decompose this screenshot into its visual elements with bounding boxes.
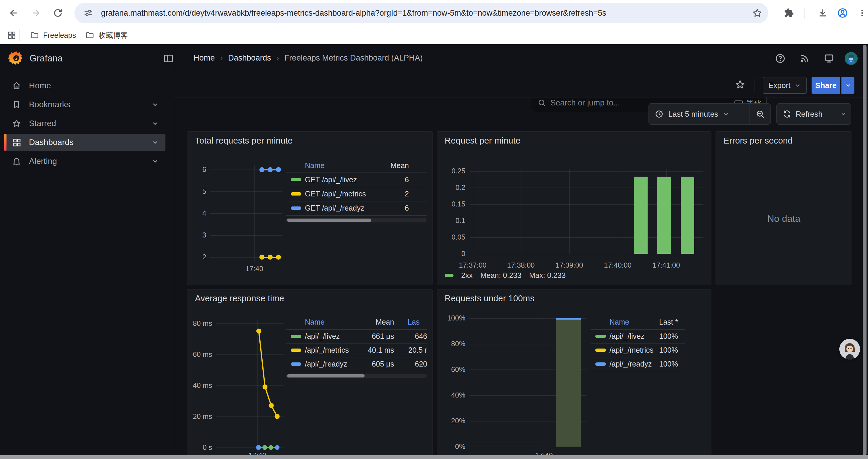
bookmark-icon	[12, 100, 21, 109]
floating-assistant-avatar[interactable]	[839, 339, 860, 359]
legend-max: Max: 0.233	[529, 271, 566, 280]
sidebar-content-divider	[174, 44, 174, 459]
vertical-scrollbar[interactable]	[863, 45, 867, 455]
series-swatch[interactable]	[595, 349, 606, 352]
y-tick: 60 ms	[187, 350, 212, 359]
panel-title[interactable]: Average response time	[195, 294, 284, 303]
help-icon[interactable]	[775, 53, 785, 64]
legend-header-last[interactable]: Las	[408, 318, 420, 326]
series-swatch[interactable]	[445, 274, 454, 277]
y-tick: 60%	[437, 365, 465, 374]
legend-scrollbar[interactable]	[286, 218, 427, 222]
legend-header-name[interactable]: Name	[305, 161, 325, 170]
star-icon	[12, 119, 21, 128]
data-point	[268, 255, 273, 260]
extensions-icon[interactable]	[780, 5, 797, 21]
y-tick: 100%	[437, 314, 465, 322]
series-swatch[interactable]	[291, 206, 301, 210]
legend-series-name: /api/_/livez	[305, 332, 340, 340]
series-swatch[interactable]	[291, 335, 301, 338]
refresh-label[interactable]: Refresh	[796, 109, 823, 119]
legend-header-name[interactable]: Name	[610, 318, 629, 326]
series-swatch[interactable]	[595, 362, 606, 366]
panel-avg-response-time[interactable]: Average response time 80 ms 60 ms 40 ms …	[187, 289, 433, 459]
legend-header-name[interactable]: Name	[305, 318, 325, 326]
legend-series-name: /api/_/metrics	[305, 346, 349, 355]
bar-2xx	[657, 177, 671, 254]
breadcrumb-home[interactable]: Home	[193, 54, 215, 63]
panel-errors-per-second[interactable]: Errors per second No data	[716, 131, 851, 285]
y-tick: 20%	[437, 417, 465, 425]
address-bar[interactable]: grafana.mathmast.com/d/deytv4rwavabkb/fr…	[74, 3, 768, 23]
reload-icon[interactable]	[50, 5, 66, 21]
apps-grid-icon[interactable]	[7, 30, 17, 40]
url-text[interactable]: grafana.mathmast.com/d/deytv4rwavabkb/fr…	[101, 8, 606, 18]
series-swatch[interactable]	[595, 335, 606, 338]
chevron-down-icon[interactable]	[151, 138, 159, 146]
sidebar-item-dashboards[interactable]: Dashboards	[4, 134, 165, 151]
menu-kebab-icon[interactable]	[854, 5, 868, 21]
legend-series-name: GET /api/_/metrics	[305, 190, 366, 198]
data-point	[276, 167, 281, 172]
sidebar-item-label: Dashboards	[29, 138, 73, 147]
share-button[interactable]: Share	[812, 77, 840, 94]
series-swatch[interactable]	[291, 192, 301, 196]
brand-label[interactable]: Grafana	[30, 53, 63, 64]
breadcrumb-separator-icon: ›	[220, 54, 223, 63]
refresh-interval-dropdown[interactable]	[836, 110, 851, 118]
data-point	[259, 167, 265, 172]
grafana-logo-icon[interactable]	[8, 50, 24, 66]
sidebar-item-bookmarks[interactable]: Bookmarks	[4, 96, 165, 113]
favorite-star-icon[interactable]	[735, 79, 745, 90]
legend-header-mean[interactable]: Mean	[362, 318, 394, 326]
chevron-down-icon[interactable]	[151, 157, 159, 165]
share-dropdown-button[interactable]	[841, 77, 855, 94]
panel-title[interactable]: Errors per second	[723, 136, 793, 145]
horizontal-scrollbar[interactable]	[0, 455, 868, 459]
series-swatch[interactable]	[291, 349, 301, 352]
bookmark-folder-label: Freeleaps	[43, 31, 76, 40]
legend-series-name: /api/_/readyz	[305, 360, 347, 368]
user-avatar[interactable]	[844, 52, 858, 65]
panel-title[interactable]: Request per minute	[445, 136, 521, 145]
panel-request-per-minute[interactable]: Request per minute 0.25 0.2 0.15 0.1 0.0…	[437, 131, 711, 285]
forward-icon[interactable]	[28, 5, 44, 21]
bookmark-folder-freeleaps[interactable]: Freeleaps	[25, 28, 81, 42]
news-rss-icon[interactable]	[800, 53, 810, 64]
legend-scrollbar[interactable]	[286, 374, 427, 378]
legend-header-mean[interactable]: Mean	[372, 161, 409, 170]
profile-icon[interactable]	[834, 5, 851, 21]
sidebar-item-label: Starred	[29, 119, 56, 128]
monitor-kiosk-icon[interactable]	[824, 53, 834, 64]
y-tick: 20 ms	[187, 412, 212, 421]
breadcrumb-dashboards[interactable]: Dashboards	[228, 54, 271, 63]
sidebar-toggle-icon[interactable]	[163, 53, 174, 64]
panel-title[interactable]: Requests under 100ms	[445, 294, 534, 303]
zoom-out-icon[interactable]	[750, 109, 771, 119]
panel-requests-under-100ms[interactable]: Requests under 100ms 100% 80% 60% 40% 20…	[437, 289, 711, 459]
legend-last-value: 646	[403, 332, 427, 340]
refresh-group: Refresh	[776, 103, 851, 125]
download-icon[interactable]	[814, 5, 831, 21]
percentage-bar	[556, 318, 581, 447]
bookmark-star-icon[interactable]	[749, 5, 766, 21]
legend-last-value: 100%	[646, 332, 678, 340]
sidebar-item-home[interactable]: Home	[4, 77, 165, 94]
site-settings-icon[interactable]	[83, 8, 93, 18]
chevron-down-icon[interactable]	[151, 120, 159, 127]
sidebar-item-alerting[interactable]: Alerting	[4, 153, 165, 170]
series-swatch[interactable]	[291, 362, 301, 366]
home-icon	[12, 81, 21, 90]
panel-title[interactable]: Total requests per minute	[195, 136, 293, 145]
sidebar-item-starred[interactable]: Starred	[4, 115, 165, 132]
legend-inline[interactable]: 2xx Mean: 0.233 Max: 0.233	[445, 271, 566, 280]
panel-total-requests[interactable]: Total requests per minute 6 5 4 3 2 17:4…	[187, 131, 433, 285]
chevron-down-icon[interactable]	[151, 101, 159, 108]
back-icon[interactable]	[5, 5, 22, 21]
bookmark-folder-blogs[interactable]: 收藏博客	[81, 28, 133, 42]
legend-header-last[interactable]: Last *	[646, 318, 678, 326]
legend-last-value: 100%	[646, 346, 678, 355]
time-range-label[interactable]: Last 5 minutes	[668, 109, 718, 119]
export-button[interactable]: Export	[763, 77, 807, 94]
series-swatch[interactable]	[291, 178, 301, 182]
